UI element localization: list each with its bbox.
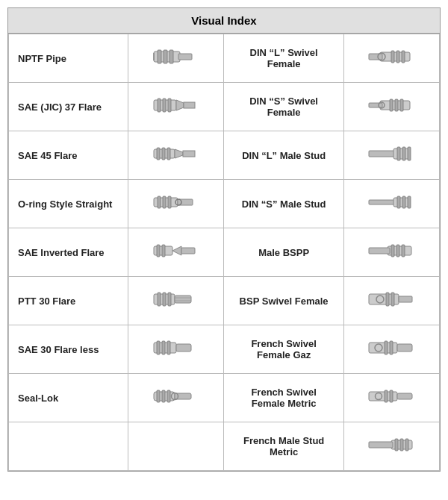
- svg-rect-48: [181, 248, 195, 254]
- connector-icon: [150, 355, 202, 368]
- right-icon-7: [343, 374, 439, 422]
- right-label-8: French Male Stud Metric: [224, 422, 343, 471]
- connector-icon: [365, 210, 417, 222]
- connector-icon: [365, 161, 417, 174]
- svg-rect-85: [397, 393, 412, 399]
- connector-icon: [365, 452, 417, 465]
- svg-rect-30: [369, 151, 395, 157]
- svg-rect-71: [162, 341, 165, 354]
- svg-rect-72: [167, 341, 170, 354]
- connector-icon: [150, 258, 202, 271]
- table-row: French Male Stud Metric: [9, 422, 440, 471]
- right-icon-4: [343, 228, 439, 277]
- connector-icon: [365, 64, 417, 77]
- svg-rect-50: [162, 245, 165, 257]
- svg-rect-93: [405, 439, 408, 451]
- svg-rect-6: [380, 52, 410, 61]
- svg-rect-16: [163, 99, 166, 112]
- svg-rect-32: [397, 147, 400, 160]
- table-row: Seal-Lok French Swivel Female Metric: [9, 374, 440, 422]
- svg-rect-57: [175, 296, 191, 303]
- svg-rect-59: [163, 293, 166, 306]
- connector-icon: [150, 452, 202, 465]
- svg-rect-10: [396, 51, 399, 63]
- connector-icon: [150, 113, 202, 125]
- left-label-5: PTT 30 Flare: [9, 277, 128, 325]
- right-label-0: DIN “L” Swivel Female: [224, 34, 343, 83]
- left-icon-1: [128, 83, 224, 131]
- table-row: SAE Inverted Flare Male BSPP: [9, 228, 440, 277]
- table-row: O-ring Style Straight DIN “S” Male Stud: [9, 180, 440, 228]
- svg-marker-13: [176, 100, 184, 110]
- table-row: SAE 45 Flare DIN “L” Male Stud: [9, 131, 440, 180]
- svg-rect-39: [163, 196, 166, 208]
- svg-rect-81: [157, 390, 160, 402]
- svg-rect-64: [399, 296, 412, 302]
- svg-rect-70: [157, 341, 160, 354]
- left-icon-6: [128, 325, 224, 374]
- svg-rect-58: [158, 293, 161, 306]
- right-icon-3: [343, 180, 439, 228]
- svg-rect-90: [369, 442, 393, 448]
- left-label-6: SAE 30 Flare less: [9, 325, 128, 374]
- svg-rect-33: [402, 147, 405, 160]
- svg-rect-88: [390, 390, 393, 402]
- svg-rect-11: [402, 51, 405, 63]
- connector-icon: [365, 355, 417, 368]
- table-row: NPTF Pipe DIN “L” Swivel Female: [9, 34, 440, 83]
- visual-index: Visual Index NPTF Pipe DIN “L” Swivel Fe…: [7, 7, 441, 472]
- svg-rect-28: [162, 148, 165, 160]
- left-icon-4: [128, 228, 224, 277]
- svg-rect-21: [390, 99, 393, 111]
- svg-rect-38: [158, 196, 161, 208]
- left-icon-7: [128, 374, 224, 422]
- right-icon-0: [343, 34, 439, 83]
- right-icon-5: [343, 277, 439, 325]
- svg-rect-15: [158, 99, 161, 112]
- svg-rect-26: [183, 151, 195, 157]
- svg-rect-29: [167, 148, 170, 160]
- svg-rect-9: [391, 51, 394, 63]
- connector-icon: [365, 113, 417, 125]
- svg-rect-5: [169, 50, 173, 63]
- left-label-0: NPTF Pipe: [9, 34, 128, 83]
- connector-icon: [150, 404, 202, 416]
- svg-rect-34: [408, 147, 411, 160]
- svg-rect-74: [397, 344, 412, 351]
- svg-rect-41: [369, 200, 395, 204]
- svg-rect-14: [184, 102, 195, 108]
- right-label-1: DIN “S” Swivel Female: [224, 83, 343, 131]
- left-icon-2: [128, 131, 224, 180]
- svg-rect-67: [391, 293, 394, 306]
- connector-icon: [150, 210, 202, 222]
- svg-rect-23: [400, 99, 403, 111]
- svg-rect-4: [164, 50, 167, 63]
- left-label-1: SAE (JIC) 37 Flare: [9, 83, 128, 131]
- svg-rect-77: [390, 341, 393, 354]
- svg-rect-55: [402, 245, 405, 257]
- svg-marker-25: [175, 149, 183, 158]
- svg-rect-91: [395, 439, 398, 451]
- svg-marker-47: [172, 246, 181, 255]
- right-icon-6: [343, 325, 439, 374]
- svg-rect-45: [408, 196, 411, 208]
- right-label-5: BSP Swivel Female: [224, 277, 343, 325]
- svg-rect-54: [396, 245, 399, 257]
- svg-rect-69: [176, 344, 191, 351]
- svg-rect-44: [402, 196, 405, 208]
- svg-rect-53: [391, 245, 394, 257]
- table-row: PTT 30 Flare BSP Swivel Female: [9, 277, 440, 325]
- connector-icon: [150, 64, 202, 77]
- table-title: Visual Index: [8, 8, 440, 34]
- connector-icon: [365, 307, 417, 319]
- right-label-6: French Swivel Female Gaz: [224, 325, 343, 374]
- left-label-7: Seal-Lok: [9, 374, 128, 422]
- right-icon-8: [343, 422, 439, 471]
- table-row: SAE 30 Flare less French Swivel Female G…: [9, 325, 440, 374]
- left-icon-0: [128, 34, 224, 83]
- connector-icon: [150, 161, 202, 174]
- svg-rect-3: [158, 50, 161, 63]
- left-icon-5: [128, 277, 224, 325]
- left-label-2: SAE 45 Flare: [9, 131, 128, 180]
- left-label-8: [9, 422, 128, 471]
